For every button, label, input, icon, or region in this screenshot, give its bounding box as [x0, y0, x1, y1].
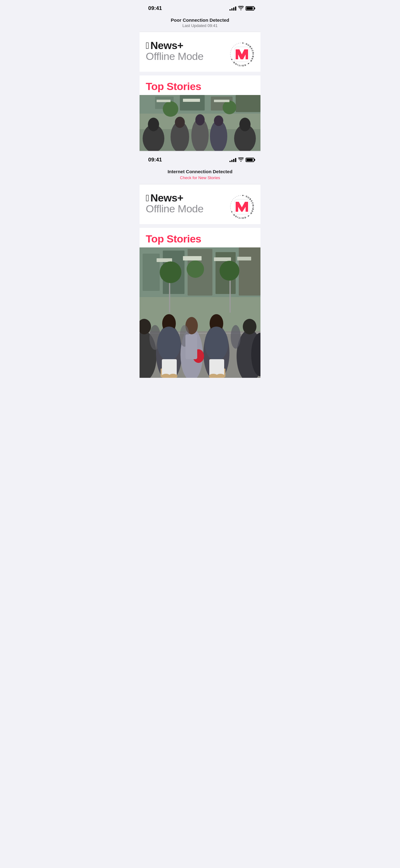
section-divider-1 [139, 72, 261, 75]
svg-point-70 [157, 327, 181, 361]
svg-rect-40 [214, 257, 231, 261]
svg-rect-37 [239, 247, 261, 296]
svg-rect-41 [237, 257, 251, 260]
screen-poor-connection: 09:41 [139, 0, 261, 151]
svg-point-13 [195, 114, 205, 125]
svg-rect-71 [162, 359, 177, 376]
svg-point-45 [220, 261, 239, 281]
svg-point-11 [175, 117, 185, 128]
badge-svg-2: ✦ SUBSCRIBER ✦ EDITION ✦ [229, 194, 254, 219]
offline-mode-text-2: Offline Mode [146, 203, 203, 215]
svg-rect-22 [236, 95, 261, 112]
status-time-1: 09:41 [148, 5, 162, 11]
offline-mode-text-1: Offline Mode [146, 50, 203, 62]
brand-name-2:  News+ [146, 192, 203, 204]
news-plus-text-1: News+ [151, 39, 183, 52]
svg-point-9 [148, 118, 159, 131]
svg-point-69 [231, 325, 241, 349]
svg-rect-75 [186, 334, 197, 359]
apple-logo-2:  [146, 193, 149, 203]
svg-rect-73 [209, 359, 224, 376]
svg-point-46 [187, 260, 204, 278]
section-header-2: Top Stories [139, 228, 261, 247]
status-icons-1 [229, 6, 254, 11]
section-header-1: Top Stories [139, 75, 261, 95]
svg-point-65 [243, 319, 257, 334]
street-scene-svg-2 [139, 247, 261, 378]
status-bar-1: 09:41 [139, 0, 261, 15]
top-stories-title-1: Top Stories [146, 81, 254, 93]
app-header-2:  News+ Offline Mode ✦ SUBSCRIBER ✦ EDIT… [139, 184, 261, 224]
story-image-large[interactable] [139, 247, 261, 378]
poor-connection-title: Poor Connection Detected [146, 18, 254, 23]
status-time-2: 09:41 [148, 157, 162, 163]
status-bar-2: 09:41 [139, 152, 261, 166]
screen-internet-connection: 09:41 [139, 152, 261, 378]
svg-rect-26 [183, 99, 200, 102]
svg-rect-25 [157, 100, 171, 102]
news-plus-text-2: News+ [151, 192, 183, 204]
svg-point-72 [205, 327, 228, 361]
app-header-1:  News+ Offline Mode [139, 32, 261, 72]
apple-logo-1:  [146, 41, 149, 50]
svg-point-24 [223, 101, 236, 114]
last-updated-text: Last Updated 09:41 [146, 23, 254, 28]
wifi-icon-1 [238, 6, 244, 11]
svg-point-17 [239, 118, 251, 131]
subscriber-badge-2: ✦ SUBSCRIBER ✦ EDITION ✦ [229, 194, 254, 219]
battery-icon-1 [245, 6, 254, 10]
top-stories-title-2: Top Stories [146, 233, 254, 245]
section-divider-2 [139, 224, 261, 228]
svg-rect-20 [180, 95, 205, 111]
story-image-1[interactable] [139, 95, 261, 151]
svg-point-15 [214, 116, 223, 126]
badge-svg-1: ✦ SUBSCRIBER ✦ EDITION ✦ [229, 42, 254, 67]
street-scene-svg-1 [139, 95, 261, 151]
battery-icon-2 [245, 158, 254, 162]
svg-rect-39 [183, 256, 202, 260]
signal-icon-2 [229, 158, 236, 162]
svg-point-23 [163, 101, 178, 117]
subscriber-badge-1: ✦ SUBSCRIBER ✦ EDITION ✦ [229, 42, 254, 67]
wifi-icon-2 [238, 157, 244, 163]
brand-name-1:  News+ [146, 39, 203, 52]
brand-title-2:  News+ Offline Mode [146, 192, 203, 215]
signal-icon-1 [229, 6, 236, 10]
status-icons-2 [229, 157, 254, 163]
svg-point-44 [160, 261, 181, 283]
poor-connection-banner: Poor Connection Detected Last Updated 09… [139, 15, 261, 32]
internet-connection-title: Internet Connection Detected [146, 169, 254, 174]
brand-title-1:  News+ Offline Mode [146, 39, 203, 62]
svg-rect-27 [214, 100, 229, 102]
check-for-new-stories-link[interactable]: Check for New Stories [180, 176, 220, 180]
internet-connection-banner: Internet Connection Detected Check for N… [139, 166, 261, 184]
